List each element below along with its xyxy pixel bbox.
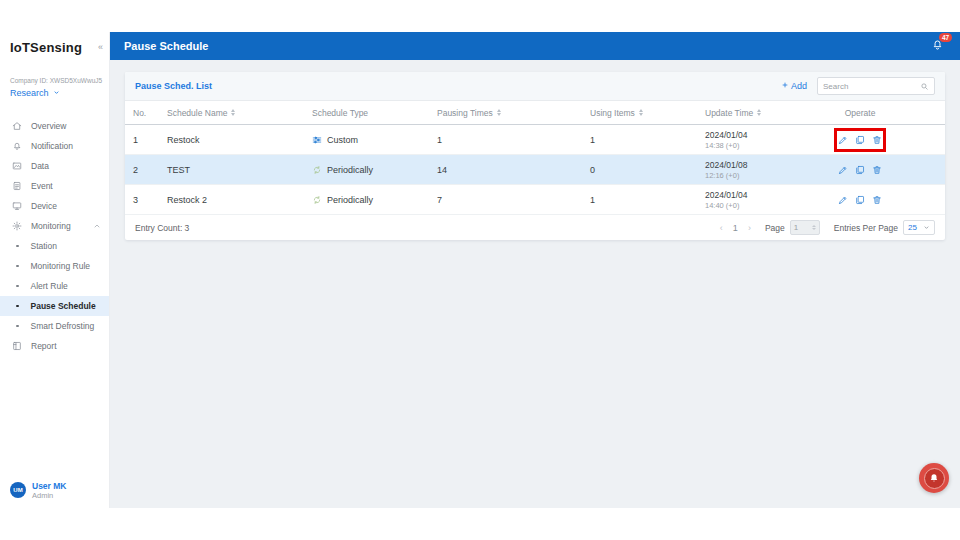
sidebar-item-alert-rule[interactable]: Alert Rule	[0, 276, 109, 296]
cell-schedule-type: Periodically	[312, 165, 437, 175]
user-profile[interactable]: UM User MK Admin	[10, 481, 66, 500]
table-body: 1 Restock Custom 1 1 2024/01/04 14:38 (+…	[125, 125, 945, 215]
sidebar-item-station[interactable]: Station	[0, 236, 109, 256]
notification-badge: 47	[939, 33, 952, 42]
cell-pausing-times: 1	[437, 135, 590, 145]
sliders-icon	[312, 135, 322, 145]
list-title: Pause Sched. List	[135, 81, 212, 91]
edit-icon[interactable]	[838, 165, 848, 175]
user-role: Admin	[32, 491, 66, 500]
event-icon	[12, 181, 22, 191]
next-page-icon[interactable]: ›	[748, 223, 751, 233]
user-name: User MK	[32, 481, 66, 491]
cycle-icon	[312, 165, 322, 175]
cell-no: 3	[133, 195, 167, 205]
plus-icon	[781, 81, 789, 91]
add-button[interactable]: Add	[781, 81, 807, 91]
main-area: Pause Schedule 47 Pause Sched. List Add	[110, 32, 960, 508]
company-id-label: Company ID: XWSD5XuWwuJ5	[0, 55, 109, 84]
column-header-using-items[interactable]: Using Items	[590, 108, 705, 118]
cell-pausing-times: 14	[437, 165, 590, 175]
cell-schedule-name: Restock 2	[167, 195, 312, 205]
page-label: Page	[765, 223, 785, 233]
sidebar-item-event[interactable]: Event	[0, 176, 109, 196]
page-number[interactable]: 1	[733, 223, 738, 233]
pagination: ‹ 1 ›	[720, 223, 751, 233]
sidebar-item-overview[interactable]: Overview	[0, 116, 109, 136]
workspace-selector[interactable]: Research	[0, 84, 109, 98]
entries-per-page-label: Entries Per Page	[834, 223, 898, 233]
table-row[interactable]: 1 Restock Custom 1 1 2024/01/04 14:38 (+…	[125, 125, 945, 155]
sort-icon[interactable]	[639, 109, 643, 116]
cell-schedule-type: Periodically	[312, 195, 437, 205]
page-input[interactable]: 1	[790, 220, 820, 235]
sidebar-menu: Overview Notification Data Event Device …	[0, 116, 109, 356]
sort-icon[interactable]	[497, 109, 501, 116]
search-icon	[920, 77, 929, 95]
sidebar-item-notification[interactable]: Notification	[0, 136, 109, 156]
workspace-name: Research	[10, 88, 49, 98]
sidebar-item-pause-schedule[interactable]: Pause Schedule	[0, 296, 109, 316]
sidebar-item-device[interactable]: Device	[0, 196, 109, 216]
cell-operate	[817, 135, 903, 145]
page-title: Pause Schedule	[124, 40, 208, 52]
delete-icon[interactable]	[872, 165, 882, 175]
entry-count: Entry Count: 3	[135, 223, 189, 233]
home-icon	[12, 121, 22, 131]
cell-schedule-name: Restock	[167, 135, 312, 145]
chevron-down-icon	[53, 88, 60, 98]
cell-no: 1	[133, 135, 167, 145]
edit-icon[interactable]	[838, 135, 848, 145]
collapse-sidebar-icon[interactable]: «	[98, 42, 103, 52]
cell-operate	[817, 165, 903, 175]
sort-icon[interactable]	[757, 109, 761, 116]
search-input[interactable]	[823, 82, 920, 91]
cell-no: 2	[133, 165, 167, 175]
sidebar-item-monitoring[interactable]: Monitoring	[0, 216, 109, 236]
sidebar-item-monitoring-rule[interactable]: Monitoring Rule	[0, 256, 109, 276]
entries-per-page-select[interactable]: 25	[903, 220, 935, 235]
table-row[interactable]: 3 Restock 2 Periodically 7 1 2024/01/04 …	[125, 185, 945, 215]
sidebar-item-smart-defrosting[interactable]: Smart Defrosting	[0, 316, 109, 336]
cycle-icon	[312, 195, 322, 205]
report-icon	[12, 341, 22, 351]
alarm-icon	[924, 468, 945, 489]
brand-logo: IoTSensing	[10, 40, 82, 55]
table-row[interactable]: 2 TEST Periodically 14 0 2024/01/08 12:1…	[125, 155, 945, 185]
notifications-button[interactable]: 47	[931, 37, 944, 55]
sort-icon[interactable]	[231, 109, 235, 116]
copy-icon[interactable]	[855, 165, 865, 175]
cell-update-time: 2024/01/04 14:38 (+0)	[705, 130, 817, 150]
sidebar-item-report[interactable]: Report	[0, 336, 109, 356]
column-header-schedule-name[interactable]: Schedule Name	[167, 108, 312, 118]
copy-icon[interactable]	[855, 135, 865, 145]
cell-using-items: 0	[590, 165, 705, 175]
chevron-up-icon	[93, 222, 101, 230]
device-icon	[12, 201, 22, 211]
delete-icon[interactable]	[872, 135, 882, 145]
edit-icon[interactable]	[838, 195, 848, 205]
data-icon	[12, 161, 22, 171]
cell-using-items: 1	[590, 195, 705, 205]
column-header-update-time[interactable]: Update Time	[705, 108, 817, 118]
copy-icon[interactable]	[855, 195, 865, 205]
cell-operate	[817, 195, 903, 205]
bell-icon	[12, 141, 22, 151]
column-header-operate: Operate	[817, 108, 903, 118]
delete-icon[interactable]	[872, 195, 882, 205]
avatar: UM	[10, 482, 26, 498]
cell-schedule-name: TEST	[167, 165, 312, 175]
page-spinner-icon[interactable]	[812, 225, 816, 230]
column-header-schedule-type: Schedule Type	[312, 108, 437, 118]
prev-page-icon[interactable]: ‹	[720, 223, 723, 233]
cell-schedule-type: Custom	[312, 135, 437, 145]
gear-icon	[12, 221, 22, 231]
column-header-pausing-times[interactable]: Pausing Times	[437, 108, 590, 118]
table-footer: Entry Count: 3 ‹ 1 › Page 1	[125, 215, 945, 240]
column-header-no-: No.	[133, 108, 167, 118]
alarm-floating-button[interactable]	[919, 463, 949, 493]
sidebar-item-data[interactable]: Data	[0, 156, 109, 176]
cell-using-items: 1	[590, 135, 705, 145]
search-box[interactable]	[817, 77, 935, 95]
table-header: No.Schedule NameSchedule TypePausing Tim…	[125, 101, 945, 125]
